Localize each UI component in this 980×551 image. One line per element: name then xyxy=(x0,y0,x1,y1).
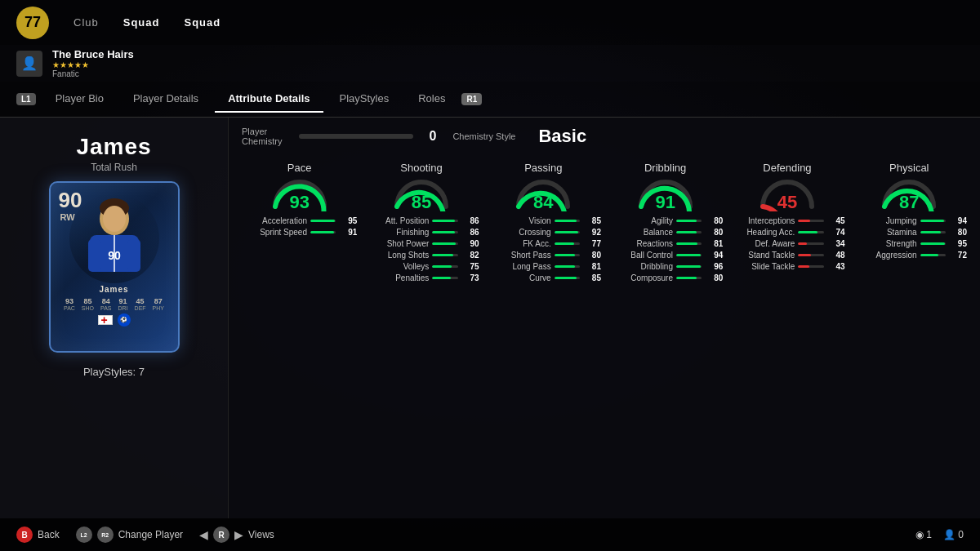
stat-item: Vision85 xyxy=(486,216,601,225)
chemistry-row: PlayerChemistry 0 Chemistry Style Basic xyxy=(242,126,967,153)
stat-bar-fill xyxy=(310,231,334,233)
stat-bar-background xyxy=(555,220,580,222)
stat-bar-background xyxy=(432,231,457,233)
stat-bar-fill xyxy=(555,231,578,233)
stat-bar-background xyxy=(798,254,823,256)
gauge-value-physical: 87 xyxy=(899,193,919,211)
stat-value: 80 xyxy=(949,228,967,237)
tab-playstyles[interactable]: PlayStyles xyxy=(327,86,403,113)
stat-name-label: Stamina xyxy=(852,228,917,237)
player-panel: James Total Rush 90 RW xyxy=(0,118,229,518)
tab-attribute-details[interactable]: Attribute Details xyxy=(215,86,323,113)
stat-bar-fill xyxy=(798,231,817,233)
stat-category-shooting: Shooting 85Att. Position86Finishing86Sho… xyxy=(363,162,479,282)
stat-bar-fill xyxy=(555,265,576,268)
club-info: The Bruce Hairs ★★★★★ Fanatic xyxy=(52,48,134,78)
stat-name-label: Agility xyxy=(608,216,673,225)
club-icon: 👤 xyxy=(16,51,42,77)
stat-bar-fill xyxy=(798,265,809,268)
stat-bar-fill xyxy=(432,254,453,256)
tab-player-details[interactable]: Player Details xyxy=(120,86,212,113)
stat-bar-fill xyxy=(432,265,452,268)
stat-name-label: Balance xyxy=(608,228,673,237)
stat-bar-background xyxy=(798,231,823,233)
stat-bar-fill xyxy=(920,254,939,256)
gauge-passing: 84 xyxy=(514,177,572,211)
player-name: James xyxy=(76,134,151,160)
player-type: Total Rush xyxy=(91,162,137,173)
stat-item: Stand Tackle48 xyxy=(729,251,844,260)
stat-value: 74 xyxy=(827,228,845,237)
stat-bar-fill xyxy=(555,277,577,279)
stat-name-label: Sprint Speed xyxy=(242,228,307,237)
cat-title-defending: Defending xyxy=(763,162,811,174)
stat-item: Long Pass81 xyxy=(486,262,601,271)
stat-name-label: Dribbling xyxy=(608,262,673,271)
cat-title-passing: Passing xyxy=(524,162,562,174)
cat-title-shooting: Shooting xyxy=(400,162,442,174)
flag-england xyxy=(98,315,113,325)
tab-roles[interactable]: Roles xyxy=(405,86,458,113)
club-name: The Bruce Hairs xyxy=(52,48,134,60)
stat-name-label: Short Pass xyxy=(486,251,551,260)
stat-bar-background xyxy=(310,231,336,233)
stat-bar-fill xyxy=(555,220,577,222)
card-stats-row: 93PAC 85SHO 84PAS 91DRI 45DEF 87PHY xyxy=(64,297,164,311)
gauge-value-passing: 84 xyxy=(533,193,553,211)
stat-value: 77 xyxy=(583,239,601,248)
stat-bar-fill xyxy=(920,231,941,233)
stat-value: 91 xyxy=(339,228,357,237)
stat-item: Strength95 xyxy=(852,239,967,248)
stat-bar-background xyxy=(798,220,823,222)
stat-bar-background xyxy=(676,220,702,222)
card-player-name: James xyxy=(99,285,128,294)
back-button[interactable]: B Back xyxy=(16,527,60,543)
cat-title-physical: Physical xyxy=(889,162,929,174)
b-button-icon: B xyxy=(16,527,33,543)
stat-bar-fill xyxy=(676,254,701,256)
views-button[interactable]: ◀ R ▶ Views xyxy=(199,527,274,543)
cat-title-dribbling: Dribbling xyxy=(644,162,686,174)
stat-item: Stamina80 xyxy=(852,228,967,237)
stat-bar-fill xyxy=(676,231,697,233)
stat-value: 80 xyxy=(583,251,601,260)
stat-bar-fill xyxy=(676,265,701,268)
gauge-value-shooting: 85 xyxy=(412,193,431,211)
nav-item-club[interactable]: Club xyxy=(74,16,99,29)
main-content: James Total Rush 90 RW xyxy=(0,118,980,518)
stat-item: Def. Aware34 xyxy=(729,239,844,248)
stat-name-label: Long Pass xyxy=(486,262,551,271)
stat-name-label: Reactions xyxy=(608,239,673,248)
stat-item: Slide Tackle43 xyxy=(729,262,844,271)
stat-name-label: Stand Tackle xyxy=(729,251,795,260)
stat-bar-background xyxy=(432,277,457,279)
card-position: RW xyxy=(60,212,75,222)
fifa-card: 90 RW 90 xyxy=(49,181,180,353)
nav-item-squad2[interactable]: Squad xyxy=(184,16,220,29)
stat-item: Dribbling96 xyxy=(608,262,723,271)
svg-rect-3 xyxy=(127,239,140,272)
cat-title-pace: Pace xyxy=(287,162,312,174)
r-icon: R xyxy=(213,527,229,543)
stat-category-dribbling: Dribbling 91Agility80Balance80Reactions8… xyxy=(608,162,723,282)
dpad-right-icon: ▶ xyxy=(234,528,243,541)
stat-value: 48 xyxy=(827,251,845,260)
stat-bar-background xyxy=(432,242,457,245)
card-rating: 90 xyxy=(59,189,82,211)
stat-bar-background xyxy=(432,254,457,256)
nav-item-squad[interactable]: Squad xyxy=(123,16,160,29)
stat-value: 85 xyxy=(583,273,601,282)
stat-value: 73 xyxy=(461,273,479,282)
gauge-shooting: 85 xyxy=(392,177,451,211)
bottom-info-icon1: ◉ 1 xyxy=(915,529,932,540)
stat-item: Heading Acc.74 xyxy=(729,228,844,237)
stat-bar-background xyxy=(555,254,580,256)
stat-bar-background xyxy=(676,231,702,233)
tab-player-bio[interactable]: Player Bio xyxy=(42,86,117,113)
change-player-button[interactable]: L2 R2 Change Player xyxy=(76,527,183,543)
stat-name-label: Acceleration xyxy=(242,216,307,225)
stat-item: Ball Control94 xyxy=(608,251,723,260)
gauge-value-pace: 93 xyxy=(289,193,309,211)
stat-bar-fill xyxy=(798,242,807,245)
stat-name-label: Penalties xyxy=(363,273,429,282)
